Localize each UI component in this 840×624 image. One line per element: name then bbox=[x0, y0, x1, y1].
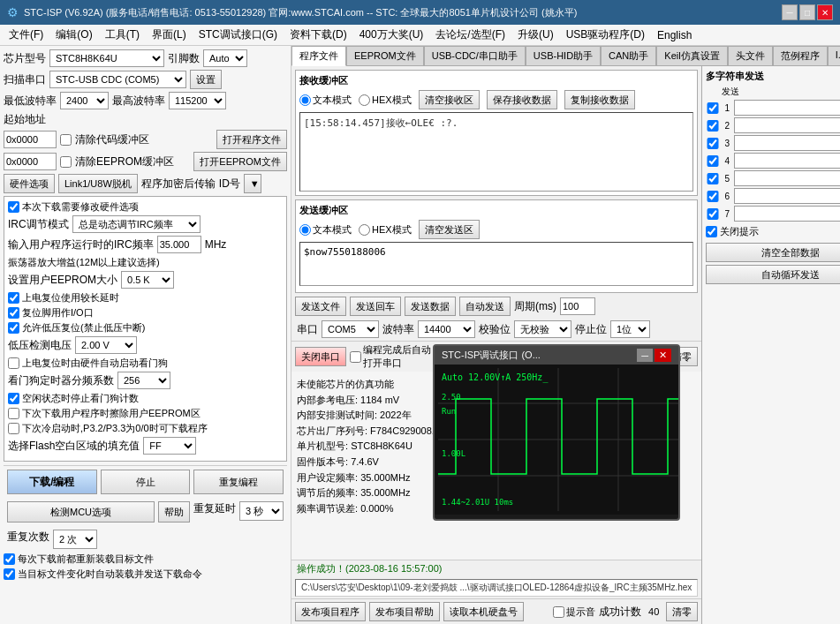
menu-item-l[interactable]: 界面(L) bbox=[147, 26, 192, 44]
tab-i[interactable]: I... bbox=[828, 46, 840, 65]
menu-item-stcg[interactable]: STC调试接口(G) bbox=[193, 26, 283, 44]
min-baud-select[interactable]: 2400 bbox=[60, 92, 109, 109]
send-text-mode-label[interactable]: 文本模式 bbox=[299, 223, 352, 237]
max-baud-select[interactable]: 115200 bbox=[169, 92, 226, 109]
irc-freq-input[interactable] bbox=[157, 236, 201, 253]
amp-select[interactable]: 0.5 K bbox=[121, 271, 174, 289]
ms-input-5[interactable] bbox=[734, 170, 840, 186]
tab-[interactable]: 程序文件 bbox=[291, 46, 346, 66]
tab-can[interactable]: CAN助手 bbox=[601, 46, 656, 65]
period-input[interactable] bbox=[560, 297, 595, 315]
irc-mode-select[interactable]: 总是动态调节IRC频率 bbox=[72, 215, 201, 233]
modify-hw-check[interactable] bbox=[8, 201, 19, 213]
tab-usbcdc[interactable]: USB-CDC/串口助手 bbox=[424, 46, 526, 65]
ms-input-4[interactable] bbox=[734, 153, 840, 169]
parity-select[interactable]: 无校验 bbox=[514, 320, 571, 338]
power-on-check[interactable] bbox=[8, 292, 19, 304]
ms-check-6[interactable] bbox=[706, 191, 720, 202]
send-hex-mode-label[interactable]: HEX模式 bbox=[359, 223, 412, 237]
tab-[interactable]: 头文件 bbox=[728, 46, 773, 65]
ms-check-4[interactable] bbox=[706, 155, 720, 167]
link1-button[interactable]: Link1/U8W脱机 bbox=[58, 174, 138, 193]
ms-check-3[interactable] bbox=[706, 138, 720, 149]
pin-select[interactable]: Auto bbox=[203, 49, 247, 67]
copy-receive-button[interactable]: 复制接收数据 bbox=[564, 90, 635, 109]
menu-item-u[interactable]: 400万大奖(U) bbox=[354, 26, 429, 44]
auto-send-button[interactable]: 自动发送 bbox=[459, 297, 511, 316]
stop-select[interactable]: 1位 bbox=[610, 320, 650, 338]
hex-mode-radio-label[interactable]: HEX模式 bbox=[359, 94, 412, 107]
minimize-button[interactable]: ─ bbox=[782, 4, 798, 20]
id-btn[interactable]: ▼ bbox=[244, 174, 261, 193]
menu-item-f[interactable]: 去论坛/选型(F) bbox=[430, 26, 511, 44]
sound-hint-check[interactable] bbox=[553, 606, 564, 618]
ms-input-7[interactable] bbox=[734, 206, 840, 222]
publish-program-button[interactable]: 发布项目程序 bbox=[295, 602, 366, 621]
ms-input-6[interactable] bbox=[734, 188, 840, 204]
clear-send-button[interactable]: 清空发送区 bbox=[419, 220, 480, 239]
wdt-div-select[interactable]: 256 bbox=[117, 372, 170, 389]
auto-loop-button[interactable]: 自动循环发送 bbox=[706, 265, 840, 284]
auto-load-check[interactable] bbox=[4, 553, 15, 565]
clear-code-cache-check[interactable] bbox=[60, 134, 72, 146]
reprogram-button[interactable]: 重复编程 bbox=[193, 470, 284, 494]
menu-item-usbd[interactable]: USB驱动程序(D) bbox=[561, 26, 650, 44]
download-eeprom-check[interactable] bbox=[8, 408, 19, 419]
save-receive-button[interactable]: 保存接收数据 bbox=[487, 90, 557, 109]
ms-input-2[interactable] bbox=[734, 117, 840, 133]
auto-open-label[interactable]: 编程完成后自动打开串口 bbox=[350, 343, 431, 370]
addr1-input[interactable] bbox=[4, 131, 57, 148]
osc-close-button[interactable]: ✕ bbox=[655, 349, 671, 362]
text-mode-radio[interactable] bbox=[299, 94, 311, 106]
text-mode-radio-label[interactable]: 文本模式 bbox=[299, 94, 352, 107]
port-select[interactable]: COM5 bbox=[322, 320, 379, 338]
hw-options-button[interactable]: 硬件选项 bbox=[4, 174, 55, 193]
scan-port-select[interactable]: STC-USB CDC (COM5) bbox=[49, 71, 186, 88]
send-area[interactable]: $now7550188006 bbox=[299, 242, 693, 286]
detect-button[interactable]: 检测MCU选项 bbox=[7, 501, 155, 523]
menu-item-u[interactable]: 升级(U) bbox=[512, 26, 559, 44]
cold-boot-check[interactable] bbox=[8, 423, 19, 434]
menu-item-f[interactable]: 文件(F) bbox=[4, 26, 49, 44]
clear-receive-button[interactable]: 清空接收区 bbox=[419, 90, 480, 109]
menu-item-english[interactable]: English bbox=[652, 27, 697, 43]
tab-[interactable]: 范例程序 bbox=[773, 46, 828, 65]
ms-check-7[interactable] bbox=[706, 208, 720, 220]
close-hint-check[interactable] bbox=[706, 226, 717, 237]
osc-minimize-button[interactable]: ─ bbox=[637, 349, 653, 362]
send-data-button[interactable]: 发送数据 bbox=[405, 297, 456, 316]
hex-mode-radio[interactable] bbox=[359, 94, 370, 106]
open-prog-file-button[interactable]: 打开程序文件 bbox=[216, 130, 287, 149]
ms-check-2[interactable] bbox=[706, 120, 720, 132]
tab-usbhid[interactable]: USB-HID助手 bbox=[526, 46, 601, 65]
download-button[interactable]: 下载/编程 bbox=[7, 470, 97, 494]
chip-select[interactable]: STC8H8K64U bbox=[49, 49, 164, 67]
maximize-button[interactable]: □ bbox=[799, 4, 815, 20]
clear-eeprom-check[interactable] bbox=[60, 156, 72, 168]
help-button[interactable]: 帮助 bbox=[158, 501, 190, 523]
ms-check-1[interactable] bbox=[706, 102, 720, 114]
auto-open-check[interactable] bbox=[350, 351, 361, 363]
delay-select[interactable]: 3 秒 bbox=[239, 501, 284, 521]
open-eeprom-button[interactable]: 打开EEPROM文件 bbox=[193, 152, 287, 171]
watchdog-check[interactable] bbox=[8, 357, 19, 369]
clear-footer-button[interactable]: 清零 bbox=[666, 602, 698, 621]
stop-button[interactable]: 停止 bbox=[101, 470, 191, 494]
clear-all-button[interactable]: 清空全部数据 bbox=[706, 243, 840, 262]
addr2-input[interactable] bbox=[4, 153, 57, 170]
send-hex-mode-radio[interactable] bbox=[359, 224, 370, 236]
tab-eeprom[interactable]: EEPROM文件 bbox=[346, 46, 424, 65]
menu-item-o[interactable]: 编辑(O) bbox=[50, 26, 97, 44]
baud-select[interactable]: 14400 bbox=[418, 320, 475, 338]
setting-button[interactable]: 设置 bbox=[190, 70, 222, 89]
count-select[interactable]: 2 次 bbox=[53, 530, 97, 549]
send-text-mode-radio[interactable] bbox=[299, 224, 311, 236]
low-volt-detect-select[interactable]: 2.00 V bbox=[75, 336, 137, 354]
open-port-button[interactable]: 关闭串口 bbox=[295, 347, 346, 366]
send-file-button[interactable]: 发送文件 bbox=[295, 297, 346, 316]
ms-check-5[interactable] bbox=[706, 173, 720, 184]
flash-fill-select[interactable]: FF bbox=[143, 437, 196, 455]
ms-input-1[interactable] bbox=[734, 100, 840, 116]
auto-send-check[interactable] bbox=[4, 568, 15, 580]
menu-item-d[interactable]: 资料下载(D) bbox=[284, 26, 352, 44]
